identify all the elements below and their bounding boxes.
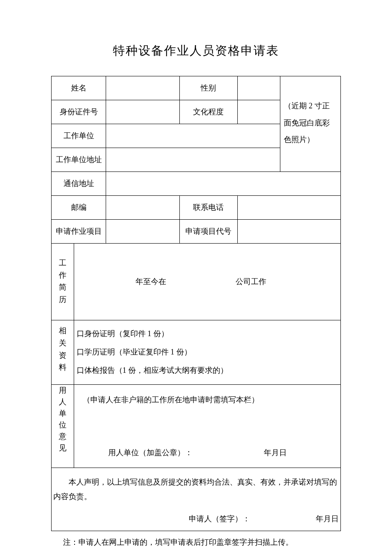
employer-seal-label: 用人单位（加盖公章）： [83,445,264,460]
label-work-unit: 工作单位 [52,124,106,148]
employer-date-label: 年月日 [264,445,332,460]
material-item-2[interactable]: 口学历证明（毕业证复印件 1 份） [77,343,338,361]
field-name[interactable] [106,76,179,100]
label-apply-item: 申请作业项目 [52,220,106,244]
label-phone: 联系电话 [179,196,238,220]
field-gender[interactable] [238,76,280,100]
field-work-unit-addr[interactable] [106,148,280,172]
resume-text-before: 年至今在 [108,274,193,289]
label-name: 姓名 [52,76,106,100]
field-id-no[interactable] [106,100,179,124]
field-work-unit[interactable] [106,124,280,148]
field-resume[interactable]: 年至今在 公司工作 [74,244,340,320]
label-education: 文化程度 [179,100,238,124]
field-phone[interactable] [238,196,341,220]
photo-box[interactable]: （近期 2 寸正面免冠白底彩色照片） [280,76,341,172]
field-education[interactable] [238,100,280,124]
label-apply-code: 申请项目代号 [179,220,238,244]
page-title: 特种设备作业人员资格申请表 [51,43,341,59]
declaration-date-label: 年月日 [302,511,340,526]
material-item-1[interactable]: 口身份证明（复印件 1 份） [77,325,338,343]
label-work-unit-addr: 工作单位地址 [52,148,106,172]
employer-note: （申请人在非户籍的工作所在地申请时需填写本栏） [83,392,332,407]
applicant-sign-label: 申请人（签字）： [52,511,302,526]
declaration-cell: 本人声明，以上填写信息及所提交的资料均合法、真实、有效，并承诺对填写的内容负责。… [52,468,341,531]
application-form-table: 姓名 性别 （近期 2 寸正面免冠白底彩色照片） 身份证件号 文化程度 工作单位… [51,76,341,531]
label-resume: 工作简历 [52,244,74,320]
field-postcode[interactable] [106,196,179,220]
label-mail-addr: 通信地址 [52,172,106,196]
label-id-no: 身份证件号 [52,100,106,124]
label-employer-opinion: 用人单位意见 [52,384,74,468]
resume-text-after: 公司工作 [196,274,306,289]
label-postcode: 邮编 [52,196,106,220]
label-gender: 性别 [179,76,238,100]
label-materials: 相关资料 [52,320,74,385]
field-mail-addr[interactable] [106,172,341,196]
photo-hint: （近期 2 寸正面免冠白底彩色照片） [284,102,330,144]
field-apply-code[interactable] [238,220,341,244]
field-apply-item[interactable] [106,220,179,244]
declaration-text: 本人声明，以上填写信息及所提交的资料均合法、真实、有效，并承诺对填写的内容负责。 [52,475,340,504]
field-materials: 口身份证明（复印件 1 份） 口学历证明（毕业证复印件 1 份） 口体检报告（1… [74,320,340,385]
footnote: 注：申请人在网上申请的，填写申请表后打印盖章签字并扫描上传。 [51,535,341,549]
field-employer-opinion[interactable]: （申请人在非户籍的工作所在地申请时需填写本栏） 用人单位（加盖公章）： 年月日 [74,384,340,468]
material-item-3[interactable]: 口体检报告（1 份，相应考试大纲有要求的） [77,361,338,380]
